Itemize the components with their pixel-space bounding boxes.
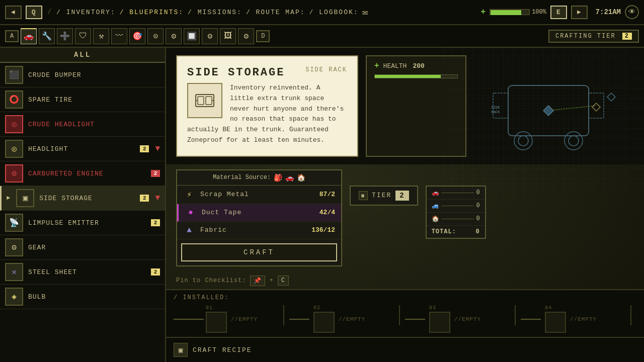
gear-icon: ⚙ [5,238,23,256]
cat-wave-icon[interactable]: 〰 [111,28,127,44]
slot-empty-4: //EMPTY [570,316,597,322]
duct-tape-count: 42/4 [319,209,335,216]
item-bulb[interactable]: ◈ BULB [0,285,165,309]
cat-next-button[interactable]: D [256,30,270,42]
cat-tool-icon[interactable]: ⚒ [93,28,109,44]
spare-tire-icon: ⭕ [5,90,23,109]
item-crude-headlight[interactable]: ◎ CRUDE HEADLIGHT [0,112,165,137]
item-crude-bumper[interactable]: ⬛ CRUDE BUMPER [0,63,165,87]
install-slot-1: 01 //EMPTY [174,305,278,333]
health-icon: + [374,61,379,70]
crafting-tier-container: CRAFTING TIER 2 [548,30,639,43]
schematic-area: SIDE RACK [474,55,634,157]
source-row-home: 🏠 0 [427,213,485,226]
spare-tire-name: SPARE TIRE [28,96,160,104]
cat-settings-icon[interactable]: ⚙ [238,28,254,44]
cat-circle-icon[interactable]: ⊙ [147,28,164,44]
slot-num-3: 03 [429,305,450,311]
source-home-value: 0 [476,215,479,222]
slot-dash-3 [405,319,425,320]
item-gear[interactable]: ⚙ GEAR [0,235,165,260]
cat-prev-button[interactable]: A [5,30,19,42]
pin-key2[interactable]: C [278,276,289,286]
nav-sep-1: / [47,8,51,16]
side-storage-alert-icon: ▼ [155,194,160,203]
slot-num-2: 02 [313,305,335,311]
source-backpack-icon: 🎒 [274,173,282,182]
limpulse-emitter-icon: 📡 [5,214,23,232]
side-storage-icon: ▣ [16,189,34,207]
time-display: 7:21AM [596,8,621,16]
e-button[interactable]: E [550,6,567,19]
cat-gear2-icon[interactable]: ⚙ [166,28,182,44]
item-spare-tire[interactable]: ⭕ SPARE TIRE [0,87,165,112]
mat-row-scrap-metal: ⚡ Scrap Metal 87/2 [177,186,341,204]
expand-arrow: ► [7,195,10,202]
health-progress-bar [490,9,530,15]
cat-wrench-icon[interactable]: 🔧 [39,28,55,44]
cat-vehicle-icon[interactable]: 🚗 [21,28,37,44]
cat-cog-icon[interactable]: ⚙ [202,28,218,44]
prev-nav-button[interactable]: ◄ [5,6,22,19]
headlight-name: HEADLIGHT [28,145,135,153]
fabric-icon: ▲ [183,226,195,235]
svg-rect-2 [206,97,212,105]
slot-box-3[interactable] [429,312,450,333]
cat-target-icon[interactable]: 🎯 [129,28,145,44]
bulb-icon: ◈ [5,288,23,306]
missions-label[interactable]: / MISSIONS: [188,9,242,16]
eye-icon: 👁 [625,5,639,19]
craft-button[interactable]: CRAFT [181,243,337,261]
installed-bar: / INSTALLED: 01 //EMPTY 02 [166,289,644,337]
material-source-label: Material Source: [213,174,271,181]
crafting-tier-num: 2 [622,33,632,40]
tier-icon: ▣ [359,191,368,200]
cat-image-icon[interactable]: 🖼 [220,28,236,44]
inventory-label[interactable]: / INVENTORY: [56,9,116,16]
carbureted-engine-name: CARBURETED ENGINE [28,170,146,177]
pin-key1[interactable]: 📌 [250,276,265,286]
cat-cpu-icon[interactable]: 🔲 [184,28,200,44]
crude-headlight-name: CRUDE HEADLIGHT [28,121,160,128]
source-home-icon: 🏠 [432,215,439,223]
svg-text:RACK: RACK [492,110,501,114]
steel-sheet-name: STEEL SHEET [28,268,146,276]
sidebar-header: ALL [0,48,165,63]
pin-label: Pin to Checklist: [176,277,246,284]
headlight-alert-icon: ▼ [155,144,160,153]
slot-num-4: 04 [545,305,566,311]
mat-row-duct-tape: ● Duct Tape 42/4 [177,204,341,222]
cat-shield-icon[interactable]: 🛡 [75,28,91,44]
cat-plus-icon[interactable]: ➕ [57,28,73,44]
side-storage-name: SIDE STORAGE [39,195,135,202]
steel-sheet-badge: 2 [151,268,160,276]
next-nav-button[interactable]: ► [571,6,588,19]
slot-empty-1: //EMPTY [231,316,258,322]
blueprints-label[interactable]: / BLUEPRINTS: [120,9,184,16]
mat-row-fabric: ▲ Fabric 136/12 [177,222,341,239]
source-car-icon: 🚗 [285,173,294,182]
tier-num: 2 [395,191,409,201]
item-steel-sheet[interactable]: ✕ STEEL SHEET 2 [0,260,165,285]
logbook-label[interactable]: / LOGBOOK: [309,9,359,16]
health-label-text: HEALTH [383,62,407,70]
install-slot-2: 02 //EMPTY [289,305,394,333]
slot-box-4[interactable] [545,312,566,333]
item-headlight[interactable]: ◎ HEADLIGHT 2 ▼ [0,137,165,161]
item-carbureted-engine[interactable]: ⚙ CARBURETED ENGINE 2 [0,161,165,186]
slot-divider-3 [515,305,516,325]
q-button[interactable]: Q [26,6,42,19]
install-slot-4: 04 //EMPTY [521,305,625,333]
side-storage-badge: 2 [140,195,149,202]
health-bar-container: 100% [490,9,546,16]
fabric-name: Fabric [200,226,306,234]
item-limpulse-emitter[interactable]: 📡 LIMPULSE EMITTER 2 [0,211,165,235]
slot-box-1[interactable] [206,312,227,333]
slot-dash-1 [174,319,204,320]
gear-name: GEAR [28,244,160,251]
carbureted-engine-icon: ⚙ [5,164,23,183]
route-map-label[interactable]: / ROUTE MAP: [246,9,305,16]
source-car1-icon: 🚗 [432,189,439,197]
slot-box-2[interactable] [313,312,335,333]
item-side-storage[interactable]: ► ▣ SIDE STORAGE 2 ▼ [0,186,165,211]
